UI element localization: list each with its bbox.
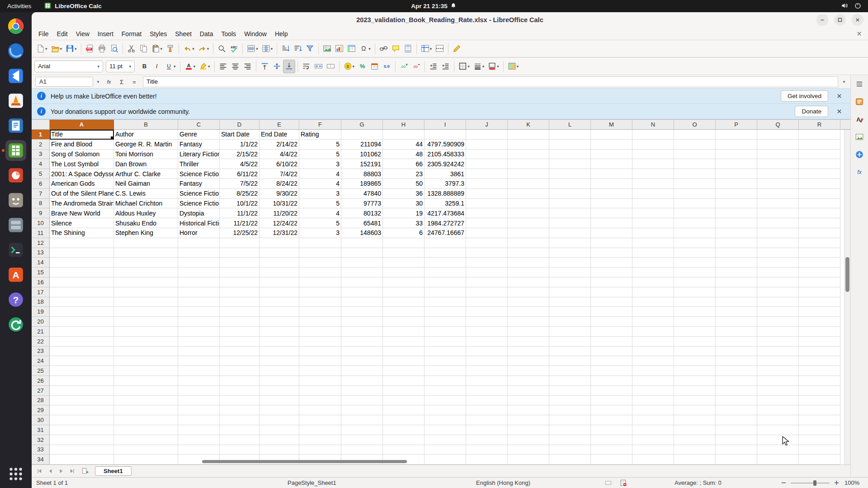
cell-A21[interactable] (50, 327, 114, 337)
cell-Q6[interactable] (757, 179, 799, 189)
cell-Q7[interactable] (757, 189, 799, 199)
cell-A26[interactable] (50, 376, 114, 386)
cell-Q2[interactable] (757, 140, 799, 150)
cell-G32[interactable] (341, 435, 383, 445)
row-header-31[interactable]: 31 (32, 425, 50, 435)
formula-input[interactable]: Title (143, 76, 838, 87)
cell-P21[interactable] (716, 327, 757, 337)
cell-N33[interactable] (632, 445, 674, 455)
cell-O20[interactable] (674, 317, 716, 327)
cell-G2[interactable]: 211094 (341, 140, 383, 150)
cell-B7[interactable]: C.S. Lewis (114, 189, 178, 199)
cell-R1[interactable] (799, 130, 840, 140)
cell-E27[interactable] (259, 386, 299, 396)
cell-L5[interactable] (549, 169, 591, 179)
cell-D14[interactable] (220, 258, 259, 267)
cell-Q26[interactable] (757, 376, 799, 386)
cell-M15[interactable] (591, 267, 632, 277)
cell-N10[interactable] (632, 218, 674, 228)
cell-M25[interactable] (591, 366, 632, 376)
row-header-5[interactable]: 5 (32, 169, 50, 179)
cell-H10[interactable]: 33 (383, 218, 425, 228)
cell-A10[interactable]: Silence (50, 218, 114, 228)
cell-L28[interactable] (549, 396, 591, 406)
cell-P20[interactable] (716, 317, 757, 327)
cell-A19[interactable] (50, 307, 114, 317)
cell-F27[interactable] (299, 386, 341, 396)
cell-P7[interactable] (716, 189, 757, 199)
row-header-7[interactable]: 7 (32, 189, 50, 199)
cell-L34[interactable] (549, 455, 591, 465)
zoom-slider[interactable] (791, 483, 830, 483)
cell-K17[interactable] (508, 287, 549, 297)
column-header-B[interactable]: B (114, 120, 178, 130)
cell-R16[interactable] (799, 277, 840, 287)
cell-K27[interactable] (508, 386, 549, 396)
page-style-label[interactable]: PageStyle_Sheet1 (288, 478, 336, 488)
cell-D23[interactable] (220, 347, 259, 357)
cell-I4[interactable]: 2305.924242 (425, 159, 466, 169)
cell-F17[interactable] (299, 287, 341, 297)
cell-E4[interactable]: 6/10/22 (259, 159, 299, 169)
cell-E16[interactable] (259, 277, 299, 287)
align-top-button[interactable] (259, 60, 271, 73)
cell-I11[interactable]: 24767.16667 (425, 228, 466, 238)
cell-J19[interactable] (466, 307, 508, 317)
cell-I33[interactable] (425, 445, 466, 455)
cell-L3[interactable] (549, 150, 591, 160)
cell-K2[interactable] (508, 140, 549, 150)
cell-K29[interactable] (508, 405, 549, 415)
cell-C23[interactable] (178, 347, 220, 357)
cell-K6[interactable] (508, 179, 549, 189)
cell-R14[interactable] (799, 258, 840, 267)
cell-Q22[interactable] (757, 337, 799, 347)
cell-H27[interactable] (383, 386, 425, 396)
cell-C22[interactable] (178, 337, 220, 347)
cell-A3[interactable]: Song of Solomon (50, 150, 114, 160)
cell-Q28[interactable] (757, 396, 799, 406)
cell-R34[interactable] (799, 455, 840, 465)
cell-R28[interactable] (799, 396, 840, 406)
cell-Q11[interactable] (757, 228, 799, 238)
cell-J32[interactable] (466, 435, 508, 445)
cell-B8[interactable]: Michael Crichton (114, 199, 178, 209)
cell-D33[interactable] (220, 445, 259, 455)
cell-C3[interactable]: Literary Fiction (178, 150, 220, 160)
cell-C16[interactable] (178, 277, 220, 287)
cell-A28[interactable] (50, 396, 114, 406)
cell-F10[interactable]: 5 (299, 218, 341, 228)
cell-I15[interactable] (425, 267, 466, 277)
cell-L4[interactable] (549, 159, 591, 169)
cell-L20[interactable] (549, 317, 591, 327)
cell-J26[interactable] (466, 376, 508, 386)
cell-N17[interactable] (632, 287, 674, 297)
cell-M27[interactable] (591, 386, 632, 396)
menu-tools[interactable]: Tools (217, 29, 240, 38)
row-header-30[interactable]: 30 (32, 415, 50, 425)
cell-C15[interactable] (178, 267, 220, 277)
cell-Q16[interactable] (757, 277, 799, 287)
cell-H18[interactable] (383, 297, 425, 307)
cell-O31[interactable] (674, 425, 716, 435)
cell-E30[interactable] (259, 415, 299, 425)
cell-K20[interactable] (508, 317, 549, 327)
cell-O4[interactable] (674, 159, 716, 169)
decrease-indent-button[interactable] (439, 60, 452, 73)
cell-P18[interactable] (716, 297, 757, 307)
cell-B5[interactable]: Arthur C. Clarke (114, 169, 178, 179)
merge-and-center-button[interactable] (312, 60, 325, 73)
cell-F5[interactable]: 4 (299, 169, 341, 179)
clock-button[interactable]: Apr 21 21:35 (411, 2, 457, 10)
italic-button[interactable]: I (151, 60, 163, 73)
column-header-E[interactable]: E (259, 120, 299, 130)
delete-decimal-place-button[interactable]: .00 (410, 60, 422, 73)
cell-E15[interactable] (259, 267, 299, 277)
cell-K32[interactable] (508, 435, 549, 445)
cell-I13[interactable] (425, 248, 466, 258)
cell-C14[interactable] (178, 258, 220, 267)
cell-B12[interactable] (114, 238, 178, 248)
cell-G13[interactable] (341, 248, 383, 258)
cell-B25[interactable] (114, 366, 178, 376)
insert-hyperlink-button[interactable] (377, 42, 390, 56)
menu-insert[interactable]: Insert (94, 29, 118, 38)
